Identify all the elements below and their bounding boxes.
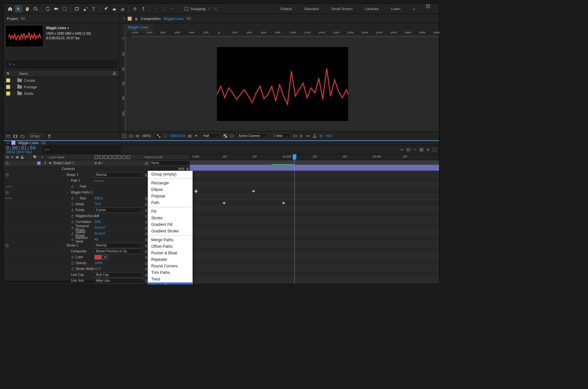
current-time[interactable]: 0;00;01;04	[170, 134, 185, 138]
frame-blend-col-icon[interactable]	[113, 155, 117, 159]
draft-3d-icon[interactable]	[406, 148, 410, 152]
work-area-bar[interactable]	[190, 160, 439, 165]
layer-row[interactable]: ⌄1★ Shape Layer 1⊕ ⁂ ∕@None⌄	[4, 160, 189, 166]
hand-tool[interactable]	[23, 5, 31, 13]
stopwatch-icon[interactable]	[71, 209, 74, 212]
stopwatch-icon[interactable]	[71, 238, 74, 241]
track-lane[interactable]	[190, 200, 439, 206]
menu-item[interactable]: Polystar	[148, 193, 192, 199]
snap-edge-icon[interactable]	[208, 7, 212, 11]
comp-name-link[interactable]: Wiggle Lines	[163, 17, 184, 21]
menu-item[interactable]: Fill	[148, 208, 192, 215]
toggle-mask-icon[interactable]	[129, 134, 133, 138]
menu-item[interactable]: Gradient Stroke	[148, 228, 192, 234]
project-folder-footage[interactable]: ›Footage	[4, 84, 120, 90]
property-value[interactable]: 1.5	[94, 214, 99, 218]
view-layout-select[interactable]: 1 View ⌄	[270, 133, 290, 139]
fx-col-icon[interactable]	[108, 155, 112, 159]
new-folder-icon[interactable]	[21, 134, 24, 138]
track-lane[interactable]	[190, 177, 439, 182]
track-lane[interactable]	[190, 282, 439, 284]
comp-thumbnail[interactable]	[6, 26, 43, 46]
zoom-select[interactable]: (40%) ⌄	[142, 134, 154, 138]
fast-preview-icon[interactable]	[300, 134, 303, 138]
keyframe[interactable]	[222, 202, 226, 204]
camera-select[interactable]: Active Camera ⌄	[237, 133, 268, 139]
search-help-icon[interactable]	[426, 4, 430, 8]
panel-menu-icon[interactable]	[21, 17, 25, 20]
property-value[interactable]: 0x+0.0°	[94, 232, 106, 235]
channel-icon[interactable]	[194, 134, 198, 138]
label-icon[interactable]	[6, 72, 10, 76]
stopwatch-icon[interactable]	[71, 256, 74, 259]
exposure-value[interactable]: +0.0	[326, 134, 332, 138]
property-select[interactable]: Normal⌄	[94, 243, 143, 248]
label-col-icon[interactable]	[33, 156, 37, 160]
reset-exposure-icon[interactable]	[319, 134, 323, 138]
property-select[interactable]: Normal⌄	[94, 172, 143, 178]
keyframe[interactable]	[252, 190, 255, 193]
brush-tool[interactable]	[102, 5, 110, 13]
menu-item[interactable]: Twist	[148, 276, 192, 282]
playhead[interactable]	[294, 154, 295, 284]
flowchart-icon[interactable]	[112, 71, 117, 76]
project-tab[interactable]: Project	[4, 14, 120, 23]
menu-item[interactable]: Round Corners	[148, 263, 192, 269]
keyframe-nav[interactable]: ◂ ◇ ▸	[6, 185, 11, 188]
camera-tool[interactable]	[52, 5, 60, 13]
menu-item[interactable]: Rectangle	[148, 180, 192, 186]
track-lane[interactable]	[190, 277, 439, 282]
timeline-ruler[interactable]: 0:00f10f20f01:00f10f20f02:00f10f	[190, 154, 439, 160]
workspace-standard[interactable]: Standard	[303, 4, 320, 13]
snap-collapse-icon[interactable]	[214, 7, 218, 11]
property-value[interactable]: 50%	[94, 220, 101, 224]
puppet-pin-tool[interactable]	[139, 5, 147, 13]
menu-item[interactable]: Path	[148, 199, 192, 206]
view-axis-icon[interactable]	[169, 5, 176, 13]
stopwatch-icon[interactable]	[71, 203, 74, 206]
comp-name[interactable]: Wiggle Lines	[46, 26, 91, 31]
menu-item[interactable]: Group (empty)	[148, 171, 192, 178]
adjustment-col-icon[interactable]	[122, 155, 126, 159]
close-icon[interactable]: ×	[123, 17, 125, 20]
resolution-select[interactable]: Half ⌄	[201, 133, 221, 139]
property-value[interactable]: 70.0	[94, 202, 101, 206]
project-search-input[interactable]: ▾	[6, 61, 117, 68]
stopwatch-icon[interactable]	[71, 214, 74, 218]
menu-item[interactable]: Ellipse	[148, 186, 192, 193]
stopwatch-icon[interactable]	[71, 262, 74, 265]
world-axis-icon[interactable]	[160, 5, 168, 13]
project-folder-comps[interactable]: ›Comps	[4, 77, 120, 84]
lock-icon[interactable]	[134, 17, 138, 21]
track-lane[interactable]	[190, 271, 439, 277]
property-value[interactable]: 100%	[94, 261, 103, 265]
property-select[interactable]: Butt Cap⌄	[94, 272, 143, 278]
stopwatch-icon[interactable]	[71, 197, 74, 200]
parent-select[interactable]: None⌄	[150, 161, 189, 166]
timeline-icon[interactable]	[306, 134, 310, 138]
local-axis-icon[interactable]	[152, 5, 159, 13]
home-icon[interactable]	[6, 5, 14, 13]
frame-blend-icon[interactable]	[419, 148, 423, 152]
panel-menu-icon[interactable]	[41, 142, 46, 144]
keyframe[interactable]	[194, 189, 198, 193]
roto-brush-tool[interactable]	[131, 5, 139, 13]
pan-behind-tool[interactable]	[61, 5, 69, 13]
stopwatch-icon[interactable]	[71, 267, 74, 271]
solo-col-icon[interactable]	[15, 155, 19, 159]
keyframe-nav[interactable]: ◂ ◇ ▸	[6, 197, 11, 200]
track-lane[interactable]	[190, 212, 439, 218]
menu-item[interactable]: Trim Paths	[148, 269, 192, 276]
type-tool[interactable]: T	[90, 5, 98, 13]
color-swatch[interactable]	[94, 255, 102, 260]
shy-col-icon[interactable]	[94, 155, 98, 159]
resolution-icon[interactable]	[157, 134, 161, 138]
collapse-col-icon[interactable]	[99, 155, 103, 159]
snapshot-icon[interactable]	[188, 134, 192, 138]
eraser-tool[interactable]	[119, 5, 127, 13]
stopwatch-icon[interactable]	[71, 232, 74, 235]
track-lane[interactable]	[190, 259, 439, 265]
track-lane[interactable]	[190, 224, 439, 229]
viewer-canvas[interactable]	[126, 37, 439, 131]
property-value[interactable]: 48	[94, 238, 98, 241]
